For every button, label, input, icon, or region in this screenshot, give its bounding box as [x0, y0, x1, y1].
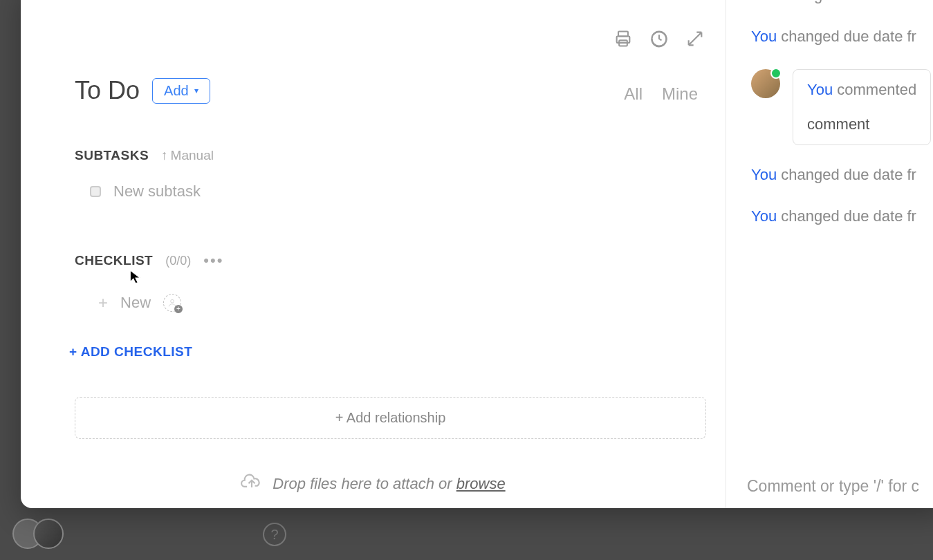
activity-item: You changed due date fr — [751, 166, 933, 184]
comment-input[interactable]: Comment or type '/' for c — [747, 477, 933, 496]
activity-item: You changed due date fr — [751, 0, 933, 4]
avatar[interactable] — [751, 69, 780, 98]
subtask-checkbox[interactable] — [90, 186, 101, 197]
history-icon[interactable] — [649, 29, 669, 51]
task-header: To Do Add ▾ — [21, 0, 726, 105]
plus-icon: + — [98, 293, 108, 312]
comment-header: You commented — [807, 81, 916, 99]
expand-icon[interactable] — [685, 29, 705, 51]
dropzone-text: Drop files here to attach or browse — [272, 475, 505, 493]
print-icon[interactable] — [613, 29, 633, 51]
checklist-heading: CHECKLIST (0/0) ••• — [21, 252, 726, 270]
svg-point-4 — [171, 299, 174, 303]
checklist-count: (0/0) — [165, 254, 191, 268]
activity-list: You changed due date fr You changed due … — [751, 0, 933, 225]
file-dropzone[interactable]: Drop files here to attach or browse — [21, 472, 726, 496]
activity-item: You changed due date fr — [751, 207, 933, 225]
main-panel: To Do Add ▾ All Mine SUBTASKS ↑ Manual N… — [21, 0, 726, 508]
subtasks-heading: SUBTASKS ↑ Manual — [21, 148, 726, 163]
activity-comment: You commented comment — [751, 69, 933, 145]
browse-link[interactable]: browse — [456, 475, 506, 492]
dropzone-prefix: Drop files here to attach or — [272, 475, 456, 492]
checklist-menu-icon[interactable]: ••• — [203, 252, 223, 270]
subtasks-label: SUBTASKS — [75, 148, 149, 163]
add-relationship-button[interactable]: + Add relationship — [75, 397, 706, 439]
chevron-down-icon: ▾ — [194, 86, 198, 95]
toolbar — [613, 29, 705, 51]
activity-actor: You — [751, 166, 777, 183]
avatar-stub — [33, 519, 64, 549]
sort-arrow-icon: ↑ — [161, 148, 168, 163]
cursor-icon — [129, 270, 142, 288]
activity-text: changed due date fr — [777, 207, 916, 225]
subtasks-sort[interactable]: ↑ Manual — [161, 148, 214, 163]
activity-actor: You — [751, 207, 777, 225]
background-avatars — [12, 519, 54, 549]
filter-tabs: All Mine — [624, 84, 698, 104]
activity-text: changed due date fr — [777, 166, 916, 183]
add-button-label: Add — [164, 83, 189, 99]
comment-body: comment — [807, 115, 916, 133]
activity-text: changed due date fr — [777, 0, 916, 3]
help-icon[interactable]: ? — [263, 523, 286, 546]
activity-panel: You changed due date fr You changed due … — [726, 0, 933, 508]
sort-label: Manual — [171, 148, 214, 163]
activity-actor: You — [751, 28, 777, 45]
checklist-input-row[interactable]: + New + — [21, 293, 726, 312]
add-checklist-button[interactable]: + ADD CHECKLIST — [21, 344, 726, 360]
filter-all[interactable]: All — [624, 84, 643, 104]
checklist-label: CHECKLIST — [75, 253, 153, 268]
activity-actor: You — [751, 0, 777, 3]
add-button[interactable]: Add ▾ — [152, 78, 210, 104]
task-title: To Do — [75, 76, 140, 105]
subtask-input[interactable]: New subtask — [113, 183, 201, 200]
activity-text: changed due date fr — [777, 28, 916, 45]
task-modal: To Do Add ▾ All Mine SUBTASKS ↑ Manual N… — [21, 0, 933, 508]
assign-plus-badge: + — [174, 305, 183, 313]
assign-user-icon[interactable]: + — [163, 294, 181, 312]
comment-bubble: You commented comment — [793, 69, 931, 145]
comment-action: commented — [833, 81, 916, 98]
cloud-upload-icon — [241, 472, 263, 496]
comment-actor: You — [807, 81, 833, 98]
subtask-input-row[interactable]: New subtask — [21, 183, 726, 200]
activity-item: You changed due date fr — [751, 28, 933, 46]
filter-mine[interactable]: Mine — [662, 84, 698, 104]
checklist-input[interactable]: New — [120, 294, 151, 312]
